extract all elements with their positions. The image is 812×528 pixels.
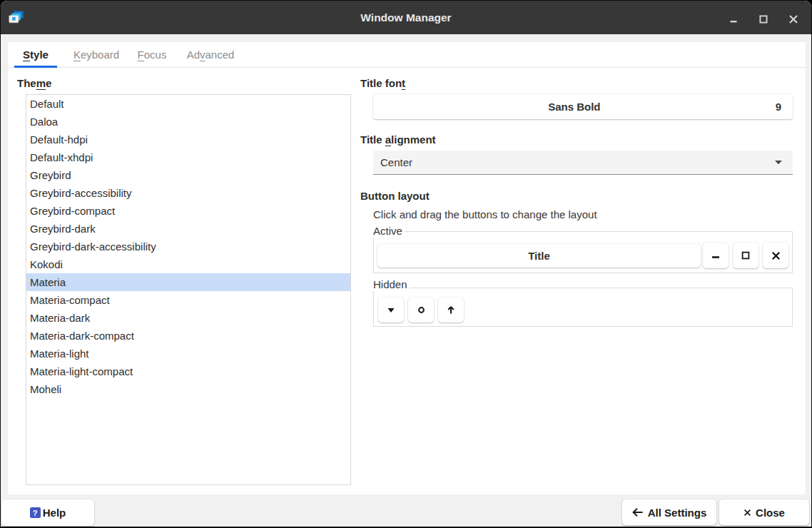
action-bar: ? Help All Settings Close	[1, 494, 811, 527]
close-x-icon	[744, 509, 751, 517]
theme-list-item[interactable]: Default-xhdpi	[26, 148, 350, 166]
button-layout-hint: Click and drag the buttons to change the…	[373, 208, 597, 220]
hidden-frame-label: Hidden	[373, 278, 410, 290]
title-alignment-label: Title alignment	[360, 133, 436, 146]
theme-list-item[interactable]: Default-hdpi	[26, 131, 350, 148]
help-button[interactable]: ? Help	[1, 499, 94, 526]
title-alignment-combobox[interactable]: Center	[373, 151, 793, 175]
window-maximize-icon[interactable]	[753, 9, 773, 29]
layout-shade-button[interactable]	[438, 298, 464, 323]
theme-list-item[interactable]: Moheli	[26, 380, 350, 398]
back-arrow-icon	[632, 507, 644, 517]
active-frame-label: Active	[373, 225, 405, 237]
tabbar-separator	[8, 67, 806, 68]
active-tab-indicator	[14, 66, 57, 68]
theme-list-item[interactable]: Greybird-dark	[26, 220, 350, 238]
tab-advanced[interactable]: Advanced	[176, 42, 245, 67]
tab-focus[interactable]: Focus	[128, 42, 176, 67]
title-font-button[interactable]: Sans Bold 9	[373, 94, 793, 119]
theme-list-item[interactable]: Materia-compact	[26, 291, 350, 309]
theme-list-item[interactable]: Greybird-dark-accessibility	[26, 238, 350, 255]
tab-style[interactable]: Style	[14, 42, 57, 67]
settings-notebook: Style Keyboard Focus Advanced Theme Defa…	[7, 41, 806, 495]
theme-list-item[interactable]: Greybird-accessibility	[26, 184, 350, 202]
theme-list-item[interactable]: Materia-dark-compact	[26, 327, 350, 345]
layout-maximize-button[interactable]	[733, 243, 758, 268]
button-layout-label: Button layout	[360, 190, 430, 202]
window-manager-dialog: Window Manager Style Keyboard Focus Adva…	[0, 0, 812, 528]
font-size: 9	[776, 101, 793, 113]
hidden-buttons-frame	[373, 288, 793, 327]
close-button[interactable]: Close	[719, 499, 809, 525]
theme-label: Theme	[17, 77, 51, 89]
combo-dropdown-icon	[774, 160, 783, 165]
tab-keyboard[interactable]: Keyboard	[60, 42, 133, 67]
theme-list-item[interactable]: Materia-dark	[26, 309, 350, 327]
all-settings-button[interactable]: All Settings	[622, 499, 716, 525]
window-minimize-icon[interactable]	[724, 9, 744, 29]
theme-list-item[interactable]: Greybird-compact	[26, 202, 350, 220]
theme-list-item[interactable]: Greybird	[26, 166, 350, 184]
theme-list-item[interactable]: Kokodi	[26, 255, 350, 273]
theme-list-item[interactable]: Daloa	[26, 113, 350, 131]
theme-list-item[interactable]: Materia-light-compact	[26, 362, 350, 380]
combo-value: Center	[373, 156, 774, 168]
title-font-label: Title font	[360, 77, 405, 89]
theme-list-item[interactable]: Default	[26, 95, 350, 113]
help-icon: ?	[30, 507, 41, 518]
layout-menu-button[interactable]	[378, 298, 404, 323]
layout-title-button[interactable]: Title	[377, 244, 701, 268]
font-name: Sans Bold	[373, 101, 776, 113]
layout-stick-button[interactable]	[408, 298, 434, 323]
window-title: Window Manager	[1, 1, 811, 34]
titlebar[interactable]: Window Manager	[1, 1, 811, 34]
theme-list[interactable]: DefaultDaloaDefault-hdpiDefault-xhdpiGre…	[26, 94, 351, 485]
window-close-icon[interactable]	[783, 9, 803, 29]
theme-list-item[interactable]: Materia-light	[26, 345, 350, 362]
theme-list-item[interactable]: Materia	[26, 273, 350, 291]
layout-minimize-button[interactable]	[703, 243, 729, 268]
layout-close-button[interactable]	[763, 243, 788, 268]
